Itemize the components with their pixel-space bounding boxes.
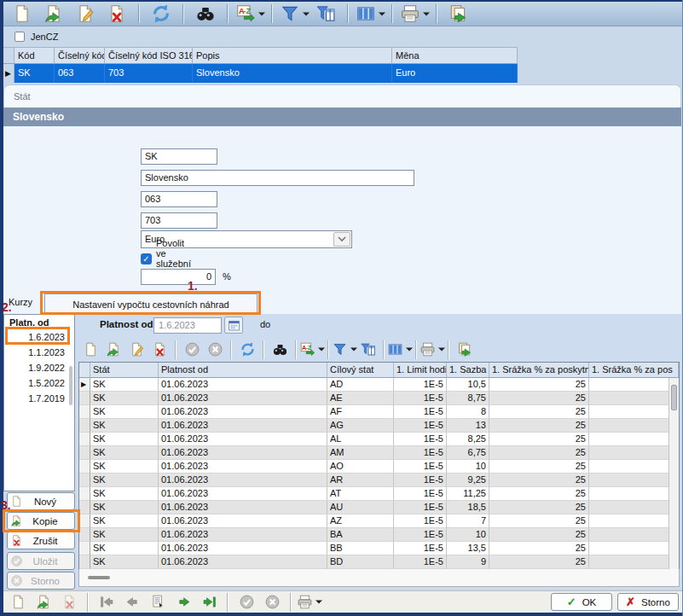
grid-cell[interactable] bbox=[589, 514, 679, 528]
grid-cell[interactable]: 1E-5 bbox=[394, 405, 447, 419]
grid-cell[interactable]: 01.06.2023 bbox=[159, 392, 327, 405]
grid-cell[interactable]: 10,5 bbox=[447, 378, 489, 392]
grid-cell[interactable]: 9 bbox=[447, 555, 489, 569]
grid-cell[interactable] bbox=[589, 528, 679, 542]
grid-cell[interactable]: 1E-5 bbox=[394, 419, 447, 433]
grid-cell[interactable]: 01.06.2023 bbox=[159, 474, 327, 487]
refresh-button[interactable] bbox=[237, 340, 258, 359]
nav-next-button[interactable] bbox=[173, 593, 194, 612]
export-button[interactable] bbox=[446, 3, 472, 25]
grid-cell[interactable]: 25 bbox=[489, 460, 589, 474]
dropdown-caret-icon[interactable] bbox=[423, 12, 430, 16]
dropdown-caret-icon[interactable] bbox=[406, 347, 413, 352]
copy-document-button[interactable] bbox=[41, 3, 67, 25]
nav-first-button[interactable] bbox=[96, 593, 117, 612]
copy-document-button[interactable] bbox=[33, 593, 54, 612]
versions-header[interactable]: Platn. od bbox=[4, 315, 74, 329]
delete-document-button[interactable] bbox=[149, 340, 170, 359]
grid-row-AM[interactable]: SK01.06.2023AM1E-56,7525 bbox=[79, 446, 679, 460]
filter-button[interactable] bbox=[281, 3, 307, 25]
column-header-5[interactable]: Měna bbox=[392, 47, 518, 64]
dropdown-caret-icon[interactable] bbox=[318, 347, 325, 352]
grid-cell[interactable]: SK bbox=[90, 419, 159, 433]
edit-document-button[interactable] bbox=[126, 340, 147, 359]
grid-cell[interactable]: AF bbox=[327, 405, 394, 419]
grid-row-AU[interactable]: SK01.06.2023AU1E-518,525 bbox=[79, 501, 679, 514]
grid-cell[interactable]: 18,5 bbox=[447, 501, 489, 514]
grid-row-AL[interactable]: SK01.06.2023AL1E-58,2525 bbox=[79, 433, 679, 446]
grid-cell[interactable]: 01.06.2023 bbox=[159, 419, 327, 433]
grid-cell[interactable]: 1E-5 bbox=[394, 555, 447, 569]
grid-cell[interactable]: AE bbox=[327, 392, 394, 405]
grid-cell[interactable]: 01.06.2023 bbox=[159, 501, 327, 514]
grid-row-AT[interactable]: SK01.06.2023AT1E-511,2525 bbox=[79, 487, 679, 501]
grid-cell[interactable]: 13,5 bbox=[447, 542, 489, 555]
grid-cell[interactable]: 6,75 bbox=[447, 446, 489, 460]
platnost-od-input[interactable]: 1.6.2023 bbox=[153, 317, 222, 334]
ulo-it-button[interactable]: Uložit bbox=[7, 552, 75, 570]
print-button[interactable] bbox=[402, 3, 427, 25]
povolit-checkbox[interactable]: ✓ bbox=[141, 253, 152, 264]
grid-cell[interactable]: AO bbox=[327, 460, 394, 474]
grid-cell[interactable] bbox=[589, 392, 679, 405]
grid-cell[interactable]: 7 bbox=[447, 514, 489, 528]
grid-cell[interactable] bbox=[589, 501, 679, 514]
column-header-1[interactable]: Kód bbox=[14, 47, 55, 64]
tab-nastaveni-nahrad[interactable]: Nastavení vypočtu cestovních náhrad bbox=[44, 293, 258, 315]
grid-cell[interactable]: 25 bbox=[489, 514, 589, 528]
grid-row-AF[interactable]: SK01.06.2023AF1E-5825 bbox=[79, 405, 679, 419]
grid-cell[interactable]: 10 bbox=[447, 528, 489, 542]
grid-cell[interactable]: BA bbox=[327, 528, 394, 542]
grid-cell[interactable]: 8,75 bbox=[447, 392, 489, 405]
delete-document-button[interactable] bbox=[59, 593, 79, 612]
grid-cell[interactable] bbox=[589, 405, 679, 419]
zru-it-button[interactable]: Zrušit bbox=[7, 532, 75, 549]
grid-column-header-4[interactable]: 1. Limit hodin bbox=[394, 363, 447, 378]
grid-cell[interactable]: 25 bbox=[489, 542, 589, 555]
selected-row-cell[interactable]: Slovensko bbox=[193, 64, 392, 83]
version-item-1.5.2022[interactable]: 1.5.2022 bbox=[4, 375, 74, 391]
grid-cell[interactable]: SK bbox=[90, 460, 159, 474]
grid-cell[interactable]: 01.06.2023 bbox=[159, 542, 327, 555]
versions-scrollbar-thumb[interactable] bbox=[69, 366, 72, 405]
version-item-1.7.2019[interactable]: 1.7.2019 bbox=[4, 391, 74, 406]
grid-row-AG[interactable]: SK01.06.2023AG1E-51325 bbox=[79, 419, 679, 433]
selected-row-cell[interactable]: 063 bbox=[55, 64, 105, 83]
column-header-2[interactable]: Číselný kód bbox=[55, 47, 105, 64]
grid-cell[interactable] bbox=[589, 474, 679, 487]
grid-cell[interactable]: 25 bbox=[489, 501, 589, 514]
record-list-button[interactable] bbox=[148, 593, 168, 612]
grid-cell[interactable] bbox=[589, 446, 679, 460]
grid-cell[interactable]: SK bbox=[90, 433, 159, 446]
grid-cell[interactable]: 25 bbox=[489, 392, 589, 405]
dropdown-caret-icon[interactable] bbox=[438, 347, 445, 352]
grid-cell[interactable]: 25 bbox=[489, 405, 589, 419]
popis-input[interactable]: Slovensko bbox=[141, 170, 414, 186]
kod-input[interactable]: SK bbox=[141, 148, 217, 165]
selected-row-cell[interactable]: Euro bbox=[392, 64, 518, 83]
grid-cell[interactable]: SK bbox=[90, 474, 159, 487]
iso-kod-input[interactable]: 703 bbox=[141, 212, 217, 229]
grid-cell[interactable]: SK bbox=[90, 487, 159, 501]
filter-columns-button[interactable] bbox=[357, 340, 378, 359]
grid-cell[interactable]: AU bbox=[327, 501, 394, 514]
grid-cell[interactable] bbox=[589, 555, 679, 569]
grid-cell[interactable]: 1E-5 bbox=[394, 474, 447, 487]
grid-cell[interactable]: 25 bbox=[489, 474, 589, 487]
grid-cell[interactable]: BB bbox=[327, 542, 394, 555]
grid-cell[interactable] bbox=[589, 487, 679, 501]
sort-az-button[interactable]: A-Z bbox=[302, 340, 322, 359]
dropdown-caret-icon[interactable] bbox=[303, 12, 310, 16]
version-item-1.1.2023[interactable]: 1.1.2023 bbox=[4, 345, 74, 360]
new-document-button[interactable] bbox=[80, 340, 101, 359]
grid-cell[interactable]: AM bbox=[327, 446, 394, 460]
cancel-circle-button[interactable] bbox=[262, 593, 282, 612]
nov--button[interactable]: Nový bbox=[7, 492, 75, 510]
edit-document-button[interactable] bbox=[72, 3, 98, 25]
grid-cell[interactable]: 01.06.2023 bbox=[159, 378, 327, 392]
tab-kurzy[interactable]: Kurzy bbox=[9, 297, 32, 307]
grid-column-header-3[interactable]: Cílový stat bbox=[327, 363, 394, 378]
dropdown-caret-icon[interactable] bbox=[379, 12, 385, 16]
grid-cell[interactable]: SK bbox=[90, 514, 159, 528]
grid-cell[interactable]: SK bbox=[90, 446, 159, 460]
